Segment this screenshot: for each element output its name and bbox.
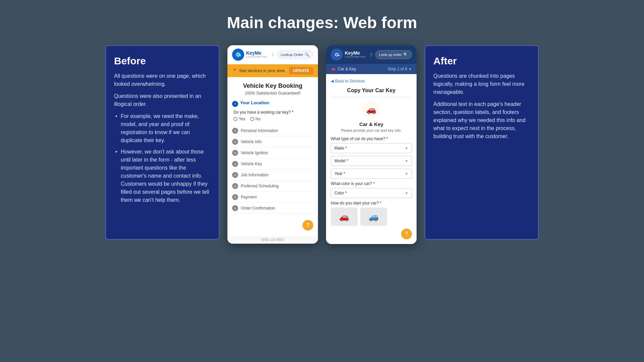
location-row: ● Your Location bbox=[232, 100, 313, 107]
step-indicator-text: Step 1 of 6 bbox=[388, 67, 407, 71]
after-header-right: ☽ Look up order 🔍 bbox=[368, 50, 412, 59]
car-icon-indicator: 🚗 bbox=[331, 67, 336, 71]
back-to-services-link[interactable]: ◀ Back to Services bbox=[331, 79, 412, 83]
after-text-2: Additional text in each page's header se… bbox=[433, 100, 530, 140]
keyme-logo-icon-after bbox=[331, 49, 343, 61]
model-chevron-icon: ▼ bbox=[405, 159, 408, 163]
step-vehicle-key: ⊖ Vehicle Key bbox=[232, 159, 313, 170]
radio-yes[interactable]: Yes bbox=[233, 117, 246, 121]
before-phone-mockup: KeyMe LOCKSMITHS ☽ Lookup Order 🔍 📍 See … bbox=[227, 45, 318, 244]
make-chevron-icon: ▼ bbox=[405, 146, 408, 150]
help-fab-after[interactable]: ? bbox=[401, 229, 412, 239]
make-select[interactable]: Make * ▼ bbox=[331, 143, 412, 153]
step-job-info: ⊖ Job Information bbox=[232, 170, 313, 181]
step-dot-job: ⊖ bbox=[232, 172, 238, 178]
car-key-section-desc: Please provide your car and key info. bbox=[331, 128, 412, 132]
service-title: Copy Your Car Key bbox=[331, 87, 412, 94]
step-dot-vehicle: ⊖ bbox=[232, 139, 238, 145]
car-start-options: 🚗 🚙 bbox=[331, 207, 412, 226]
color-select[interactable]: Color * ▼ bbox=[331, 188, 412, 198]
search-icon: 🔍 bbox=[305, 52, 310, 57]
after-phone-mockup: KeyMe LOCKSMITHS ☽ Look up order 🔍 🚗 Car… bbox=[326, 45, 417, 244]
before-bullet-list: For example, we need the make, model, an… bbox=[114, 112, 211, 204]
logo-key-text-after: KeyMe bbox=[345, 51, 366, 56]
lookup-label-after: Look up order bbox=[379, 53, 402, 57]
step-dot-key: ⊖ bbox=[232, 161, 238, 167]
chevron-down-icon: ▼ bbox=[409, 67, 412, 71]
divider-1 bbox=[331, 97, 412, 97]
car-start-option-2[interactable]: 🚙 bbox=[360, 207, 387, 226]
after-text-1: Questions are chunked into pages logical… bbox=[433, 72, 530, 96]
car-color-question: What color is your car? * bbox=[331, 181, 412, 186]
radio-group: Yes No bbox=[233, 117, 313, 121]
keyme-logo-icon bbox=[232, 49, 244, 61]
make-placeholder: Make * bbox=[334, 146, 347, 150]
before-panel-title: Before bbox=[114, 55, 211, 67]
page-title: Main changes: Web form bbox=[227, 13, 417, 32]
radio-yes-label: Yes bbox=[239, 117, 246, 121]
step-count: Step 1 of 6 ▼ bbox=[388, 67, 412, 71]
car-key-text: Car & Key bbox=[338, 67, 356, 71]
help-fab-container-after: ? bbox=[331, 227, 412, 239]
car-option-icon-1: 🚗 bbox=[339, 212, 349, 222]
step-dot-confirmation: ⊖ bbox=[232, 205, 238, 211]
car-option-icon-2: 🚙 bbox=[369, 212, 379, 222]
before-text-2: Questions were also presented in an illo… bbox=[114, 92, 211, 108]
logo-sub-text: LOCKSMITHS bbox=[246, 56, 267, 59]
booking-title: Vehicle Key Booking bbox=[232, 82, 313, 89]
update-button[interactable]: UPDATE bbox=[289, 67, 313, 74]
radio-yes-circle bbox=[233, 117, 237, 121]
step-vehicle-ignition: ⊖ Vehicle Ignition bbox=[232, 147, 313, 159]
before-phone-body: Vehicle Key Booking 100% Satisfaction Gu… bbox=[227, 77, 318, 236]
search-icon-after: 🔍 bbox=[403, 52, 408, 57]
bullet-item-2: However, we don't ask about those until … bbox=[114, 148, 211, 204]
svg-point-0 bbox=[235, 52, 241, 58]
car-type-question: What type of car do you have? * bbox=[331, 136, 412, 141]
step-preferred-scheduling: ⊖ Preferred Scheduling bbox=[232, 181, 313, 192]
lookup-order-btn-after[interactable]: Look up order 🔍 bbox=[375, 50, 412, 59]
back-label: Back to Services bbox=[335, 79, 365, 83]
radio-no[interactable]: No bbox=[250, 117, 261, 121]
location-pin-icon: 📍 bbox=[232, 68, 237, 73]
year-placeholder: Year * bbox=[334, 171, 345, 176]
keyme-logo-text: KeyMe LOCKSMITHS bbox=[246, 51, 267, 59]
step-dot-ignition: ⊖ bbox=[232, 150, 238, 156]
step-dot-payment: ⊖ bbox=[232, 194, 238, 200]
orange-banner: 📍 See services in your area UPDATE bbox=[227, 64, 318, 77]
location-label: Your Location bbox=[240, 100, 269, 105]
after-panel: After Questions are chunked into pages l… bbox=[425, 45, 539, 240]
step-dot-scheduling: ⊖ bbox=[232, 183, 238, 189]
step-label-job: Job Information bbox=[241, 173, 269, 177]
model-select[interactable]: Model * ▼ bbox=[331, 156, 412, 166]
logo-key-text: KeyMe bbox=[246, 51, 267, 56]
after-panel-title: After bbox=[433, 55, 530, 67]
banner-content: 📍 See services in your area bbox=[232, 68, 284, 73]
location-question-area: Do you have a working car key? * Yes No bbox=[232, 110, 313, 121]
step-personal-info: ⊖ Personal Information bbox=[232, 125, 313, 136]
banner-text: See services in your area bbox=[239, 68, 284, 73]
lookup-order-btn[interactable]: Lookup Order 🔍 bbox=[277, 50, 313, 59]
step-dot-personal: ⊖ bbox=[232, 128, 238, 134]
color-placeholder: Color * bbox=[334, 191, 347, 195]
before-phone-header: KeyMe LOCKSMITHS ☽ Lookup Order 🔍 bbox=[227, 45, 318, 64]
step-label-vehicle: Vehicle Info bbox=[241, 139, 262, 144]
year-select[interactable]: Year * ▼ bbox=[331, 169, 412, 179]
main-content: Before All questions were on one page, w… bbox=[20, 45, 624, 244]
step-vehicle-info: ⊖ Vehicle Info bbox=[232, 136, 313, 147]
after-phone-body: ◀ Back to Services Copy Your Car Key 🚗 C… bbox=[326, 74, 417, 244]
year-chevron-icon: ▼ bbox=[405, 172, 408, 176]
model-placeholder: Model * bbox=[334, 159, 348, 163]
car-key-step-label: 🚗 Car & Key bbox=[331, 67, 356, 71]
car-start-option-1[interactable]: 🚗 bbox=[331, 207, 358, 226]
satisfaction-text: 100% Satisfaction Guaranteed! bbox=[232, 91, 313, 96]
step-indicator-bar: 🚗 Car & Key Step 1 of 6 ▼ bbox=[326, 64, 417, 74]
car-key-section-heading: Car & Key bbox=[331, 121, 412, 127]
keyme-logo-before: KeyMe LOCKSMITHS bbox=[232, 49, 267, 61]
radio-no-label: No bbox=[256, 117, 261, 121]
keyme-logo-text-after: KeyMe LOCKSMITHS bbox=[345, 51, 366, 59]
after-phone-header: KeyMe LOCKSMITHS ☽ Look up order 🔍 bbox=[326, 45, 417, 64]
before-phone-footer: (555) 123-4567 bbox=[227, 236, 318, 244]
step-payment: ⊖ Payment bbox=[232, 192, 313, 203]
help-fab-before[interactable]: ? bbox=[303, 220, 313, 231]
location-dot-inner: ● bbox=[234, 102, 236, 105]
